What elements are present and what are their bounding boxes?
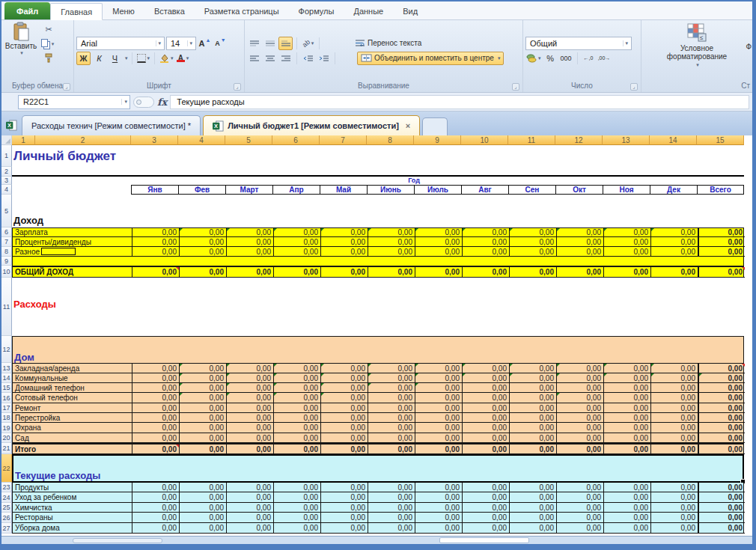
value-cell[interactable]: 0,00 bbox=[415, 267, 462, 278]
column-header[interactable]: 12 bbox=[555, 135, 603, 145]
clipboard-dialog-launcher[interactable]: ⌟ bbox=[63, 83, 70, 91]
row-header[interactable]: 16 bbox=[1, 393, 12, 403]
value-cell[interactable]: 0,00 bbox=[650, 237, 698, 247]
value-cell[interactable]: 0,00 bbox=[698, 383, 745, 393]
value-cell[interactable]: 0,00 bbox=[179, 492, 226, 503]
value-cell[interactable]: 0,00 bbox=[509, 513, 556, 523]
doc-tab-close-icon[interactable]: × bbox=[406, 121, 410, 130]
value-cell[interactable]: 0,00 bbox=[556, 433, 603, 443]
value-cell[interactable]: 0,00 bbox=[273, 383, 320, 393]
increase-indent-button[interactable] bbox=[317, 52, 331, 65]
value-cell[interactable]: 0,00 bbox=[415, 423, 462, 433]
row-header[interactable]: 11 bbox=[1, 278, 12, 336]
value-cell[interactable]: 0,00 bbox=[368, 364, 415, 373]
value-cell[interactable]: 0,00 bbox=[320, 247, 368, 257]
row-label-cell[interactable]: Уборка дома bbox=[13, 523, 132, 534]
value-cell[interactable]: 0,00 bbox=[226, 373, 273, 383]
value-cell[interactable]: 0,00 bbox=[179, 433, 226, 443]
month-header-cell[interactable]: Май bbox=[320, 185, 367, 195]
value-cell[interactable]: 0,00 bbox=[415, 444, 462, 454]
value-cell[interactable]: 0,00 bbox=[226, 383, 273, 393]
value-cell[interactable]: 0,00 bbox=[179, 444, 226, 454]
value-cell[interactable]: 0,00 bbox=[603, 513, 650, 523]
value-cell[interactable]: 0,00 bbox=[698, 503, 745, 513]
value-cell[interactable]: 0,00 bbox=[556, 228, 603, 237]
row-label-cell[interactable]: Коммунальные bbox=[13, 373, 132, 383]
value-cell[interactable]: 0,00 bbox=[179, 383, 226, 393]
sheet-title-cell[interactable]: Личный бюджет bbox=[12, 149, 116, 164]
value-cell[interactable]: 0,00 bbox=[698, 513, 745, 523]
value-cell[interactable]: 0,00 bbox=[226, 492, 273, 503]
value-cell[interactable]: 0,00 bbox=[509, 237, 556, 247]
row-header[interactable]: 12 bbox=[1, 336, 12, 363]
month-header-cell[interactable]: Сен bbox=[508, 185, 555, 195]
value-cell[interactable]: 0,00 bbox=[462, 513, 509, 523]
value-cell[interactable]: 0,00 bbox=[320, 393, 368, 403]
new-tab-stub[interactable] bbox=[422, 117, 448, 135]
column-header[interactable]: 6 bbox=[272, 135, 320, 145]
value-cell[interactable]: 0,00 bbox=[462, 523, 509, 534]
comma-style-button[interactable]: 000 bbox=[559, 52, 573, 65]
conditional-formatting-button[interactable]: ≤ Условное форматирование ▾ bbox=[656, 22, 738, 81]
month-header-cell[interactable]: Дек bbox=[650, 185, 697, 195]
fill-color-button[interactable]: ▾ bbox=[159, 52, 174, 65]
value-cell[interactable]: 0,00 bbox=[132, 483, 179, 492]
value-cell[interactable]: 0,00 bbox=[368, 492, 415, 503]
value-cell[interactable]: 0,00 bbox=[650, 423, 698, 433]
value-cell[interactable]: 0,00 bbox=[462, 393, 509, 403]
value-cell[interactable]: 0,00 bbox=[179, 503, 226, 513]
value-cell[interactable]: 0,00 bbox=[698, 433, 745, 443]
row-header[interactable]: 4 bbox=[1, 185, 12, 195]
value-cell[interactable]: 0,00 bbox=[415, 364, 462, 373]
row-label-cell[interactable]: Рестораны bbox=[13, 513, 132, 523]
month-header-cell[interactable]: Апр bbox=[272, 185, 320, 195]
value-cell[interactable]: 0,00 bbox=[368, 237, 415, 247]
value-cell[interactable]: 0,00 bbox=[650, 503, 698, 513]
value-cell[interactable]: 0,00 bbox=[320, 433, 368, 443]
align-middle-button[interactable] bbox=[263, 37, 277, 50]
value-cell[interactable]: 0,00 bbox=[698, 413, 745, 423]
value-cell[interactable]: 0,00 bbox=[509, 433, 556, 443]
value-cell[interactable]: 0,00 bbox=[273, 373, 320, 383]
row-header[interactable]: 15 bbox=[1, 383, 12, 393]
value-cell[interactable]: 0,00 bbox=[132, 444, 179, 454]
value-cell[interactable]: 0,00 bbox=[273, 267, 320, 278]
value-cell[interactable]: 0,00 bbox=[132, 393, 179, 403]
formula-bar-collapse[interactable] bbox=[133, 97, 154, 108]
value-cell[interactable]: 0,00 bbox=[650, 383, 698, 393]
value-cell[interactable]: 0,00 bbox=[650, 228, 698, 237]
value-cell[interactable]: 0,00 bbox=[556, 513, 603, 523]
value-cell[interactable]: 0,00 bbox=[179, 413, 226, 423]
value-cell[interactable]: 0,00 bbox=[650, 413, 698, 423]
ribbon-tab-Данные[interactable]: Данные bbox=[344, 2, 393, 19]
doc-tab-1[interactable]: X Личный бюджет1 [Режим совместимости]× bbox=[203, 115, 420, 135]
value-cell[interactable]: 0,00 bbox=[132, 492, 179, 503]
name-box[interactable]: R22C1 ▾ bbox=[18, 95, 130, 109]
value-cell[interactable]: 0,00 bbox=[273, 364, 320, 373]
alignment-dialog-launcher[interactable]: ⌟ bbox=[512, 83, 519, 91]
ribbon-tab-Вид[interactable]: Вид bbox=[393, 2, 427, 19]
row-header[interactable]: 27 bbox=[1, 523, 12, 534]
value-cell[interactable]: 0,00 bbox=[698, 403, 745, 413]
value-cell[interactable]: 0,00 bbox=[273, 403, 320, 413]
section-label-cell[interactable]: Расходы bbox=[12, 278, 56, 310]
paste-dropdown-icon[interactable]: ▾ bbox=[20, 50, 23, 56]
value-cell[interactable]: 0,00 bbox=[603, 492, 650, 503]
value-cell[interactable]: 0,00 bbox=[132, 383, 179, 393]
value-cell[interactable]: 0,00 bbox=[368, 403, 415, 413]
number-dialog-launcher[interactable]: ⌟ bbox=[630, 83, 638, 91]
select-all-corner[interactable] bbox=[1, 135, 12, 145]
paste-button[interactable]: Вставить ▾ bbox=[4, 22, 38, 81]
value-cell[interactable]: 0,00 bbox=[462, 444, 509, 454]
value-cell[interactable]: 0,00 bbox=[132, 247, 179, 257]
value-cell[interactable]: 0,00 bbox=[462, 364, 509, 373]
value-cell[interactable]: 0,00 bbox=[650, 483, 698, 492]
column-header[interactable]: 4 bbox=[178, 135, 225, 145]
formula-input[interactable]: Текущие расходы bbox=[170, 95, 749, 109]
value-cell[interactable]: 0,00 bbox=[226, 403, 273, 413]
value-cell[interactable]: 0,00 bbox=[132, 513, 179, 523]
value-cell[interactable]: 0,00 bbox=[509, 403, 556, 413]
value-cell[interactable]: 0,00 bbox=[462, 483, 509, 492]
column-header[interactable]: 8 bbox=[367, 135, 414, 145]
value-cell[interactable]: 0,00 bbox=[320, 373, 368, 383]
